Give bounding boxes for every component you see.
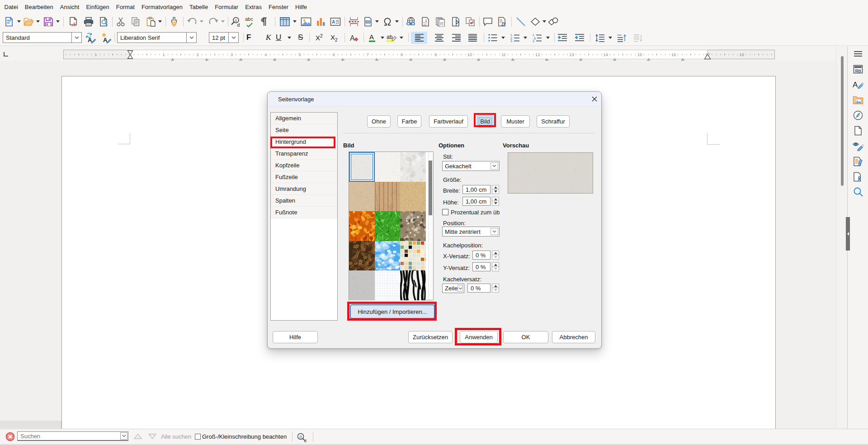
svg-text:1: 1 <box>163 52 165 57</box>
svg-text:[i]: [i] <box>440 21 443 25</box>
svg-text:A: A <box>332 19 335 24</box>
svg-text:11: 11 <box>501 52 506 57</box>
svg-text:18: 18 <box>739 52 744 57</box>
svg-text:ab: ab <box>387 34 393 40</box>
svg-text:3.: 3. <box>510 39 513 42</box>
svg-text:4: 4 <box>264 52 267 57</box>
svg-text:15: 15 <box>637 52 642 57</box>
svg-text:3: 3 <box>231 52 233 57</box>
svg-text:d: d <box>237 22 240 28</box>
svg-text:9: 9 <box>434 52 437 57</box>
svg-text:A: A <box>853 80 858 89</box>
svg-text:2.: 2. <box>533 39 535 42</box>
svg-text:A: A <box>71 21 76 27</box>
svg-text:5: 5 <box>298 52 301 57</box>
svg-text:13: 13 <box>569 52 574 57</box>
svg-text:10: 10 <box>467 52 472 57</box>
svg-text:abc: abc <box>245 16 253 22</box>
svg-text:2: 2 <box>197 52 199 57</box>
svg-text:A: A <box>350 34 355 42</box>
svg-text:d: d <box>304 439 307 443</box>
svg-text:1: 1 <box>94 52 97 57</box>
svg-text:a: a <box>299 434 302 439</box>
svg-text:7: 7 <box>367 52 369 57</box>
svg-text:1: 1 <box>425 19 427 23</box>
svg-text:6: 6 <box>333 52 335 57</box>
svg-text:14: 14 <box>604 52 609 57</box>
svg-text:8: 8 <box>401 52 403 57</box>
svg-text:12: 12 <box>535 52 540 57</box>
svg-text:16: 16 <box>671 52 676 57</box>
svg-text:A: A <box>369 33 374 41</box>
